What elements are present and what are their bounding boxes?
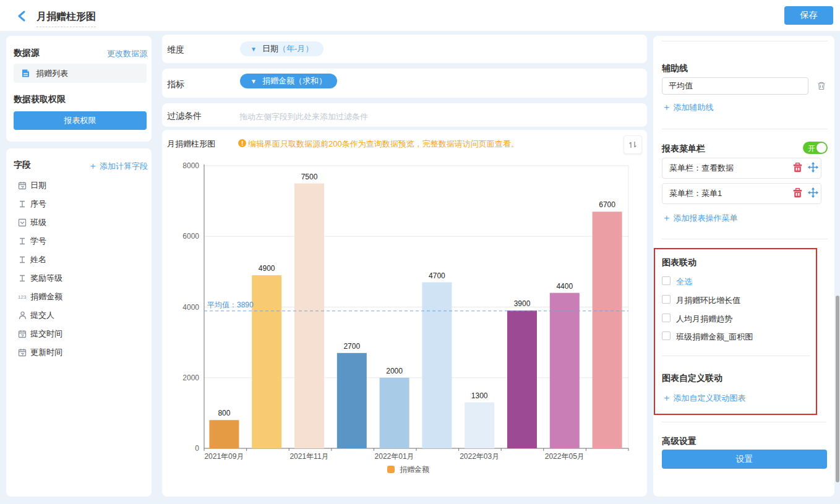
svg-text:平均值：3890: 平均值：3890: [207, 301, 254, 309]
svg-text:2021年11月: 2021年11月: [289, 452, 328, 461]
svg-text:4700: 4700: [429, 271, 445, 280]
svg-text:4000: 4000: [182, 303, 199, 312]
svg-text:6700: 6700: [599, 200, 615, 209]
svg-text:7500: 7500: [301, 173, 318, 181]
svg-text:2000: 2000: [386, 367, 403, 375]
svg-text:2700: 2700: [343, 342, 360, 351]
svg-text:800: 800: [218, 409, 230, 417]
svg-text:2021年09月: 2021年09月: [204, 452, 244, 461]
svg-text:0: 0: [195, 444, 199, 453]
svg-text:6000: 6000: [182, 232, 199, 241]
svg-text:4900: 4900: [259, 264, 275, 273]
svg-text:2000: 2000: [182, 374, 199, 382]
svg-text:1300: 1300: [471, 391, 488, 400]
svg-text:2022年01月: 2022年01月: [375, 452, 414, 461]
svg-text:2022年05月: 2022年05月: [545, 452, 585, 461]
svg-text:3900: 3900: [514, 299, 531, 308]
svg-text:8000: 8000: [182, 161, 199, 170]
svg-text:4400: 4400: [556, 282, 573, 291]
svg-text:捐赠金额: 捐赠金额: [400, 465, 429, 474]
svg-text:2022年03月: 2022年03月: [460, 452, 499, 461]
